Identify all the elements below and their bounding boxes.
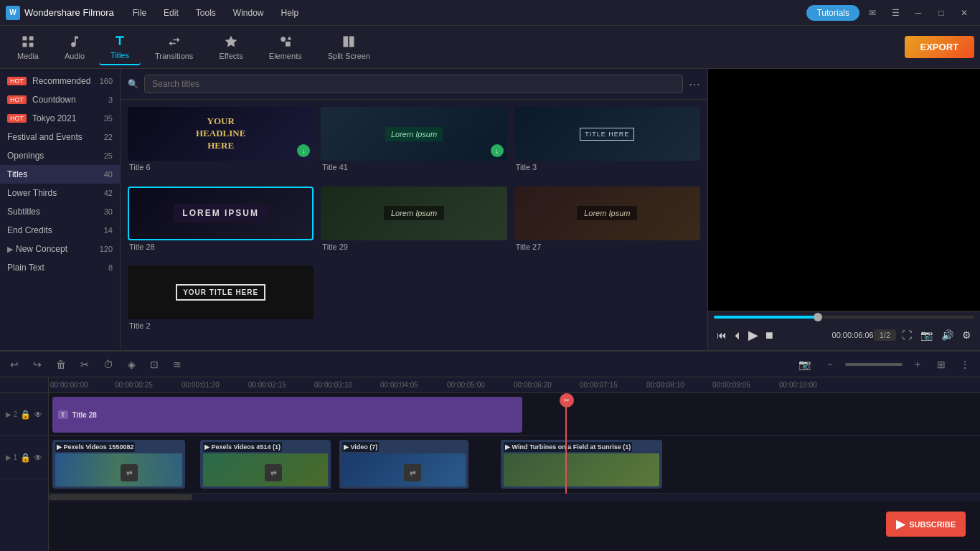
- progress-handle[interactable]: [814, 313, 822, 321]
- menu-window[interactable]: Window: [226, 5, 271, 21]
- sidebar-item-openings[interactable]: Openings 25: [0, 146, 120, 165]
- camera-button[interactable]: 📷: [794, 356, 815, 373]
- toolbar-splitscreen[interactable]: Split Screen: [316, 30, 382, 65]
- title-card-3[interactable]: TITLE HERE Title 3: [514, 107, 700, 179]
- sidebar-item-tokyo[interactable]: HOT Tokyo 2021 35: [0, 109, 120, 128]
- timeline-cursor[interactable]: ✂: [565, 393, 567, 494]
- sidebar-item-festival[interactable]: Festival and Events 22: [0, 128, 120, 146]
- track-clip-title28[interactable]: T Title 28: [52, 397, 522, 433]
- search-icon: 🔍: [128, 79, 138, 89]
- timeline-scroll-area[interactable]: 00:00:00:00 00:00:00:25 00:00:01:20 00:0…: [49, 377, 980, 551]
- toolbar-titles[interactable]: Titles: [99, 29, 141, 65]
- search-bar: 🔍 ⋯: [121, 69, 707, 100]
- play-button[interactable]: ▶: [745, 324, 761, 346]
- toolbar-transitions[interactable]: Transitions: [143, 30, 204, 65]
- track-clip-2[interactable]: ▶ Pexels Videos 4514 (1) ⇄: [200, 440, 331, 489]
- sidebar-item-recommended[interactable]: HOT Recommended 160: [0, 72, 120, 90]
- track-clip-4[interactable]: ▶ Wind Turbines on a Field at Sunrise (1…: [501, 440, 662, 489]
- eye-icon-2[interactable]: 👁: [34, 410, 42, 420]
- svg-rect-2: [22, 42, 27, 47]
- sidebar-item-lower-thirds[interactable]: Lower Thirds 42: [0, 184, 120, 202]
- youtube-icon: ▶: [896, 517, 905, 531]
- toolbar-elements[interactable]: Elements: [258, 30, 314, 65]
- maximize-icon[interactable]: □: [931, 3, 951, 23]
- sidebar-item-plain-text[interactable]: Plain Text 8: [0, 258, 120, 277]
- title-card-28[interactable]: LOREM IPSUM Title 28: [128, 187, 314, 259]
- title-card-2[interactable]: YOUR TITLE HERE Title 2: [128, 265, 314, 338]
- undo-button[interactable]: ↩: [6, 356, 23, 373]
- preview-panel: ⏮ ⏴ ▶ ⏹ 00:00:06:06 1/2 ⛶ 📷 🔊 ⚙: [707, 69, 980, 350]
- timeline-body: ▶ 2 🔒 👁 ▶ 1 🔒 👁 00:00:00:00 00:00:00:25 …: [0, 377, 980, 551]
- ruler-mark-8: 00:00:07:15: [580, 381, 618, 389]
- close-icon[interactable]: ✕: [954, 3, 974, 23]
- lock-icon-2[interactable]: 🔒: [20, 410, 31, 420]
- scrollbar-thumb[interactable]: [49, 494, 192, 500]
- svg-rect-3: [29, 42, 34, 47]
- sidebar-item-subtitles[interactable]: Subtitles 30: [0, 202, 120, 221]
- mail-icon[interactable]: ✉: [862, 3, 882, 23]
- lock-icon-1[interactable]: 🔒: [20, 453, 31, 463]
- split-button[interactable]: ⊡: [146, 356, 163, 373]
- minimize-icon[interactable]: ─: [908, 3, 928, 23]
- tutorials-button[interactable]: Tutorials: [806, 5, 859, 21]
- zoom-slider[interactable]: [845, 363, 903, 366]
- ruler-mark-11: 00:00:10:00: [779, 381, 817, 389]
- track-clip-1[interactable]: ▶ Pexels Videos 1550082 ⇄: [52, 440, 185, 489]
- redo-button[interactable]: ↪: [29, 356, 46, 373]
- title-label-6: Title 6: [128, 161, 314, 174]
- menu-file[interactable]: File: [126, 5, 154, 21]
- title-card-6[interactable]: YOURHEADLINEHERE ↓ Title 6: [128, 107, 314, 179]
- progress-bar[interactable]: [714, 316, 974, 319]
- sidebar-item-titles[interactable]: Titles 40: [0, 165, 120, 184]
- title-thumbnail-3: TITLE HERE: [514, 107, 700, 161]
- list-icon[interactable]: ☰: [885, 3, 905, 23]
- toolbar-audio[interactable]: Audio: [53, 30, 96, 65]
- settings-button[interactable]: ⚙: [959, 326, 974, 344]
- step-back-button[interactable]: ⏮: [714, 326, 730, 344]
- svg-rect-7: [349, 36, 354, 47]
- track-label-2: ▶ 2 🔒 👁: [0, 393, 48, 436]
- menu-tools[interactable]: Tools: [189, 5, 223, 21]
- title-card-29[interactable]: Lorem Ipsum Title 29: [321, 187, 507, 259]
- title-label-28: Title 28: [128, 240, 314, 253]
- horizontal-scrollbar[interactable]: [49, 494, 980, 501]
- title-type-icon: T: [58, 410, 68, 419]
- speed-button[interactable]: ≋: [169, 356, 186, 373]
- fit-button[interactable]: ⊞: [933, 356, 950, 373]
- audio-button[interactable]: 🔊: [938, 326, 956, 344]
- title-card-27[interactable]: Lorem Ipsum Title 27: [514, 187, 700, 259]
- cut-button[interactable]: ✂: [76, 356, 93, 373]
- grid-options-icon[interactable]: ⋯: [689, 77, 700, 91]
- toolbar-media[interactable]: Media: [6, 30, 50, 65]
- menu-help[interactable]: Help: [274, 5, 306, 21]
- marker-in-button[interactable]: ⏱: [99, 356, 118, 373]
- expand-arrow-icon: ▶: [7, 245, 13, 254]
- track-row-1: ▶ Pexels Videos 1550082 ⇄ ▶ Pexels Video…: [49, 436, 980, 494]
- sidebar-item-new-concept[interactable]: ▶ New Concept 120: [0, 240, 120, 258]
- eye-icon-1[interactable]: 👁: [34, 453, 42, 463]
- fullscreen-button[interactable]: ⛶: [899, 326, 915, 344]
- snapshot-button[interactable]: 📷: [918, 326, 936, 344]
- search-input[interactable]: [144, 75, 683, 93]
- track-clip-3[interactable]: ▶ Video (7) ⇄: [339, 440, 468, 489]
- delete-button[interactable]: 🗑: [52, 356, 70, 373]
- marker-out-button[interactable]: ◈: [123, 356, 140, 373]
- menu-edit[interactable]: Edit: [156, 5, 186, 21]
- cursor-head[interactable]: ✂: [560, 393, 574, 408]
- title-thumbnail-2: YOUR TITLE HERE: [128, 265, 314, 319]
- toolbar-effects[interactable]: Effects: [207, 30, 254, 65]
- transition-2: ⇄: [265, 464, 282, 481]
- expand-button[interactable]: ⋮: [956, 356, 974, 373]
- stop-button[interactable]: ⏹: [761, 326, 777, 344]
- export-button[interactable]: EXPORT: [905, 36, 974, 58]
- download-overlay-41: ↓: [491, 144, 504, 157]
- zoom-in-button[interactable]: ＋: [908, 355, 927, 374]
- title-label-41: Title 41: [321, 161, 507, 174]
- title-card-41[interactable]: Lorem Ipsum ↓ Title 41: [321, 107, 507, 179]
- zoom-out-button[interactable]: －: [821, 355, 839, 374]
- subscribe-button[interactable]: ▶ SUBSCRIBE: [886, 512, 966, 537]
- prev-frame-button[interactable]: ⏴: [730, 326, 745, 344]
- sidebar-item-end-credits[interactable]: End Credits 14: [0, 221, 120, 240]
- ruler-mark-0: 00:00:00:00: [50, 381, 88, 389]
- sidebar-item-countdown[interactable]: HOT Countdown 3: [0, 90, 120, 109]
